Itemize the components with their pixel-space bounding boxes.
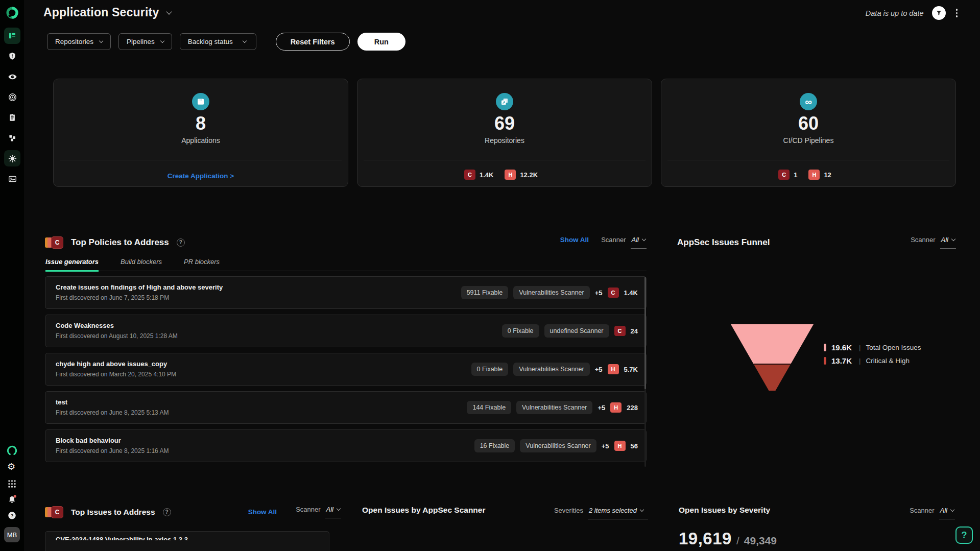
severity-badge: C (608, 288, 619, 298)
severity-scanner-dropdown[interactable]: Scanner All (910, 507, 955, 519)
sidebar-item-clipboard[interactable] (4, 109, 20, 126)
critical-count: 1 (794, 171, 797, 179)
policy-row[interactable]: Block bad behaviour First discovered on … (45, 429, 647, 462)
legend-label: Critical & High (866, 357, 910, 365)
apps-grid-icon[interactable] (8, 480, 16, 488)
pipelines-filter-dropdown[interactable]: Pipelines (118, 33, 172, 50)
policies-scrollbar (644, 277, 646, 467)
cicd-infinity-icon: ∞ (800, 93, 817, 110)
repositories-filter-dropdown[interactable]: Repositories (47, 33, 111, 50)
chevron-down-icon (99, 39, 103, 43)
filter-bar: Repositories Pipelines Backlog status Re… (47, 33, 405, 51)
tab-build-blockers[interactable]: Build blockers (121, 258, 162, 271)
help-tooltip-icon[interactable]: ? (163, 508, 171, 516)
sidebar-item-blocks[interactable] (4, 130, 20, 146)
policy-row[interactable]: chyde high and above issues_copy First d… (45, 353, 647, 386)
policy-row[interactable]: test First discovered on June 8, 2025 5:… (45, 391, 647, 424)
help-tooltip-icon[interactable]: ? (177, 238, 185, 247)
issue-count: 228 (627, 404, 638, 412)
sidebar-item-bug[interactable] (4, 150, 20, 166)
page-title-row: Application Security (43, 6, 171, 19)
divider (364, 160, 646, 160)
filter-funnel-button[interactable] (932, 6, 946, 20)
issues-show-all-link[interactable]: Show All (248, 508, 277, 516)
divider (60, 160, 342, 160)
run-button[interactable]: Run (357, 33, 405, 51)
create-application-link[interactable]: Create Application > (168, 172, 234, 180)
high-count: 12.2K (520, 171, 538, 179)
image-icon (8, 174, 17, 184)
policy-row[interactable]: Create issues on findings of High and ab… (45, 276, 647, 309)
top-policies-section: C Top Policies to Address ? Show All Sca… (45, 236, 647, 468)
tab-pr-blockers[interactable]: PR blockers (184, 258, 220, 271)
severity-badge: C (614, 326, 626, 336)
policies-scanner-dropdown[interactable]: Scanner All (601, 236, 647, 249)
repositories-icon (496, 93, 513, 110)
user-avatar[interactable]: MB (4, 527, 20, 542)
title-chevron-down-icon[interactable] (166, 9, 172, 14)
sidebar-item-media[interactable] (4, 171, 20, 187)
issue-count: 56 (631, 442, 638, 450)
extra-count: +5 (602, 442, 609, 450)
policies-title: Top Policies to Address (71, 237, 169, 248)
backlog-status-filter-dropdown[interactable]: Backlog status (180, 33, 256, 50)
sidebar-item-dashboard[interactable] (4, 28, 20, 44)
funnel-icon (936, 10, 942, 16)
high-badge: H (505, 170, 516, 180)
scanner-value: All (941, 236, 948, 244)
scanner-label: Scanner (296, 506, 320, 513)
reset-filters-button[interactable]: Reset Filters (276, 33, 350, 51)
notifications-bell-icon[interactable] (7, 494, 17, 505)
legend-marker-total (824, 344, 826, 351)
scanner-pill: Vulnerabilities Scanner (516, 401, 592, 414)
appsec-funnel-section: AppSec Issues Funnel Scanner All 19.6K |… (677, 236, 956, 249)
help-icon[interactable]: ? (8, 511, 16, 520)
count-separator: / (736, 535, 739, 547)
chevron-down-icon (950, 508, 954, 512)
scanner-value: All (632, 236, 639, 244)
help-fab-button[interactable]: ? (955, 526, 973, 544)
funnel-legend: 19.6K | Total Open Issues 13.7K | Critic… (824, 343, 921, 365)
page-title: Application Security (43, 6, 159, 19)
sidebar-item-target[interactable] (4, 89, 20, 105)
chevron-down-icon (640, 508, 644, 512)
tab-issue-generators[interactable]: Issue generators (45, 258, 99, 272)
critical-count: 1.4K (480, 171, 493, 179)
policy-row[interactable]: Code Weaknesses First discovered on Augu… (45, 315, 647, 347)
open-count: 19,619 (679, 529, 732, 548)
repositories-severity-badges: C 1.4K H 12.2K (357, 170, 652, 180)
by-severity-section: Open Issues by Severity Scanner All (679, 506, 955, 519)
policies-show-all-link[interactable]: Show All (560, 236, 589, 244)
funnel-title: AppSec Issues Funnel (677, 237, 770, 248)
extra-count: +5 (595, 366, 603, 373)
blocks-icon (8, 133, 17, 142)
svg-text:?: ? (11, 513, 14, 518)
open-issues-count: 19,619 / 49,349 (679, 529, 777, 548)
data-status-text: Data is up to date (866, 9, 924, 17)
sidebar-item-shield-alert[interactable] (4, 48, 20, 64)
more-options-kebab-icon[interactable] (954, 7, 960, 19)
ox-ring-icon[interactable] (6, 445, 18, 457)
severities-dropdown[interactable]: Severities 2 items selected (554, 507, 648, 519)
eye-icon (8, 72, 17, 82)
target-icon (8, 92, 17, 102)
scanner-value: All (326, 506, 333, 513)
scrollbar-thumb[interactable] (644, 277, 646, 389)
clipboard-icon (8, 113, 17, 122)
settings-gear-icon[interactable]: ⚙ (7, 462, 15, 471)
sidebar-item-visibility[interactable] (4, 68, 20, 85)
scanner-pill: Vulnerabilities Scanner (513, 363, 589, 376)
total-count: 49,349 (744, 535, 777, 547)
issues-scanner-dropdown[interactable]: Scanner All (296, 506, 341, 518)
funnel-scanner-dropdown[interactable]: Scanner All (911, 236, 956, 249)
issue-count: 24 (631, 327, 638, 335)
repositories-card: 69 Repositories C 1.4K H 12.2K (357, 79, 652, 187)
by-scanner-title: Open Issues by AppSec Scanner (362, 506, 485, 515)
legend-row: 13.7K | Critical & High (824, 356, 921, 365)
fixable-pill: 144 Fixable (467, 401, 511, 414)
chevron-down-icon (337, 507, 341, 511)
divider (667, 160, 949, 160)
severity-badge: H (614, 441, 626, 451)
issue-row-clipped[interactable]: CVE-2024-1488 Vulnerability in axios 1.2… (45, 531, 329, 551)
sidebar: ⚙ ? MB (0, 0, 24, 551)
